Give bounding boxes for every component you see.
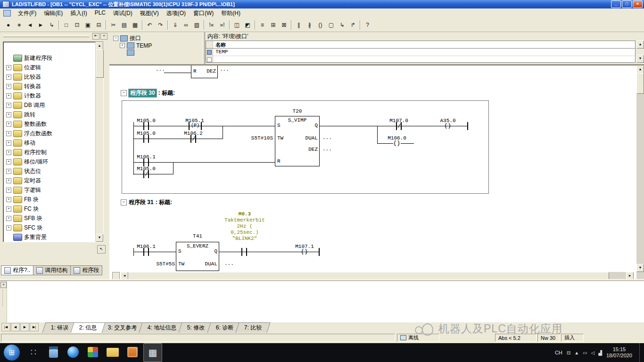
- scroll-down-icon[interactable]: ▼: [96, 234, 103, 242]
- expand-icon[interactable]: [6, 122, 11, 127]
- tree-item[interactable]: 程序控制: [4, 148, 96, 157]
- insert-network-icon[interactable]: ⊞: [268, 19, 279, 30]
- tree-item[interactable]: SFC 块: [4, 223, 96, 232]
- close-branch-icon[interactable]: ↱: [347, 19, 358, 30]
- window-icon[interactable]: ▧: [191, 19, 202, 30]
- overview-icon[interactable]: ◫: [231, 19, 242, 30]
- display-icon[interactable]: ▭: [583, 350, 587, 355]
- next-tab-icon[interactable]: ▶: [20, 323, 29, 331]
- prev-error-icon[interactable]: ◄: [25, 19, 35, 30]
- expand-icon[interactable]: [6, 169, 11, 174]
- menu-item[interactable]: 文件(F): [14, 8, 40, 18]
- network-bars-icon[interactable]: ▟: [598, 350, 602, 355]
- expand-icon[interactable]: [6, 225, 11, 230]
- unassigned-output-dots[interactable]: ...: [322, 146, 332, 152]
- child-window-icon[interactable]: [3, 10, 11, 16]
- tree-item[interactable]: FB 块: [4, 195, 96, 204]
- table-row-empty[interactable]: [206, 56, 635, 63]
- tree-scrollbar[interactable]: ▲ ▼: [95, 42, 103, 242]
- time-value[interactable]: S5T#10S: [244, 135, 273, 141]
- paste-icon[interactable]: ▦: [130, 19, 140, 30]
- step7-icon[interactable]: [84, 343, 102, 361]
- print-icon[interactable]: ⊟: [93, 19, 104, 30]
- sidebar-tab[interactable]: 程序?..: [1, 265, 33, 275]
- modify-icon[interactable]: ∗: [14, 19, 25, 30]
- network-31-header[interactable]: 程序段 31 : 标题:: [121, 198, 172, 206]
- save-icon[interactable]: ▣: [83, 19, 93, 30]
- sidebar-grip[interactable]: [3, 35, 89, 37]
- scroll-up-icon[interactable]: ▲: [636, 41, 644, 49]
- goto-icon[interactable]: ↳: [46, 19, 57, 30]
- expand-icon[interactable]: [6, 131, 11, 136]
- maximize-button[interactable]: □: [622, 0, 632, 8]
- table-row[interactable]: TEMP: [206, 49, 635, 56]
- collapse-icon[interactable]: [113, 36, 118, 41]
- network-collapse-icon[interactable]: [121, 90, 127, 96]
- timer-name-label[interactable]: T41: [176, 233, 219, 239]
- tree-item[interactable]: 移位/循环: [4, 157, 96, 166]
- message-tab[interactable]: 4: 地址信息: [139, 322, 185, 333]
- interface-root-row[interactable]: 接口: [113, 35, 202, 42]
- expand-icon[interactable]: [6, 74, 11, 80]
- menu-item[interactable]: 帮助(H): [217, 8, 244, 18]
- tree-item[interactable]: 位逻辑: [4, 63, 96, 72]
- last-tab-icon[interactable]: ▶|: [30, 323, 39, 331]
- close-icon[interactable]: ×: [0, 282, 7, 288]
- contact-no[interactable]: [143, 122, 149, 130]
- expand-icon[interactable]: [6, 197, 11, 202]
- contact-nc[interactable]: [143, 170, 149, 178]
- network-list-icon[interactable]: ≡: [257, 19, 268, 30]
- scroll-down-icon[interactable]: ▼: [636, 55, 644, 63]
- start-button[interactable]: [4, 345, 20, 361]
- scroll-up-icon[interactable]: ▲: [636, 66, 644, 74]
- tree-item[interactable]: 新建程序段: [4, 53, 96, 63]
- close-icon[interactable]: ×: [100, 33, 107, 40]
- network-title-suffix[interactable]: : 标题:: [158, 89, 175, 97]
- scroll-thumb[interactable]: [128, 272, 609, 280]
- clock[interactable]: 15:15 18/07/2020: [606, 346, 632, 359]
- menu-item[interactable]: PLC: [91, 8, 109, 18]
- panel-grip[interactable]: [2, 290, 4, 306]
- tree-item[interactable]: 浮点数函数: [4, 129, 96, 138]
- minimize-button[interactable]: _: [611, 0, 621, 8]
- expand-icon[interactable]: [6, 65, 11, 70]
- unassigned-output-dots[interactable]: ...: [224, 261, 234, 266]
- declaration-table[interactable]: 名称 TEMP: [206, 41, 636, 63]
- network-31-title[interactable]: 程序段 31: [129, 198, 154, 206]
- lad-editor-icon[interactable]: [143, 343, 162, 362]
- coil-icon[interactable]: (): [315, 19, 326, 30]
- tree-item[interactable]: 跳转: [4, 110, 96, 119]
- show-desktop-button[interactable]: [639, 343, 643, 362]
- contact-nc[interactable]: [396, 122, 402, 130]
- network-title-suffix[interactable]: : 标题:: [156, 198, 172, 206]
- expand-icon[interactable]: [6, 84, 11, 89]
- timer-name-label[interactable]: T20: [275, 108, 320, 114]
- empty-box-icon[interactable]: ▢: [326, 19, 337, 30]
- task-view-icon[interactable]: [25, 343, 42, 361]
- sym-prev-icon[interactable]: !«: [206, 19, 217, 30]
- tree-item[interactable]: 计数器: [4, 91, 96, 100]
- zoom-network-icon[interactable]: ◩: [242, 19, 253, 30]
- expand-icon[interactable]: [6, 93, 11, 99]
- expand-icon[interactable]: [6, 216, 11, 221]
- scroll-thumb[interactable]: [96, 49, 104, 78]
- contact-no-icon[interactable]: ∥: [293, 19, 304, 30]
- download-icon[interactable]: ⇓: [170, 19, 181, 30]
- sym-next-icon[interactable]: »!: [217, 19, 228, 30]
- tree-item[interactable]: SFB 块: [4, 214, 96, 223]
- menu-item[interactable]: 插入(I): [66, 8, 91, 18]
- message-tab[interactable]: 7: 比较: [235, 322, 270, 333]
- output-coil[interactable]: [301, 248, 308, 256]
- network-30-header[interactable]: 程序段 30 : 标题:: [121, 89, 175, 97]
- contact-no[interactable]: [143, 158, 149, 166]
- unassigned-output-dots[interactable]: ...: [322, 135, 332, 140]
- calculator-icon[interactable]: [44, 343, 62, 361]
- scroll-right-icon[interactable]: ►: [626, 272, 634, 280]
- menu-item[interactable]: 编辑(E): [40, 8, 66, 18]
- presentation-icon[interactable]: [124, 343, 141, 361]
- tree-item[interactable]: 字逻辑: [4, 185, 96, 195]
- tree-item[interactable]: DB 调用: [4, 100, 96, 110]
- volume-icon[interactable]: ◁: [591, 350, 595, 355]
- time-value[interactable]: S5T#5S: [146, 261, 175, 267]
- message-tab[interactable]: 2: 信息: [71, 322, 106, 333]
